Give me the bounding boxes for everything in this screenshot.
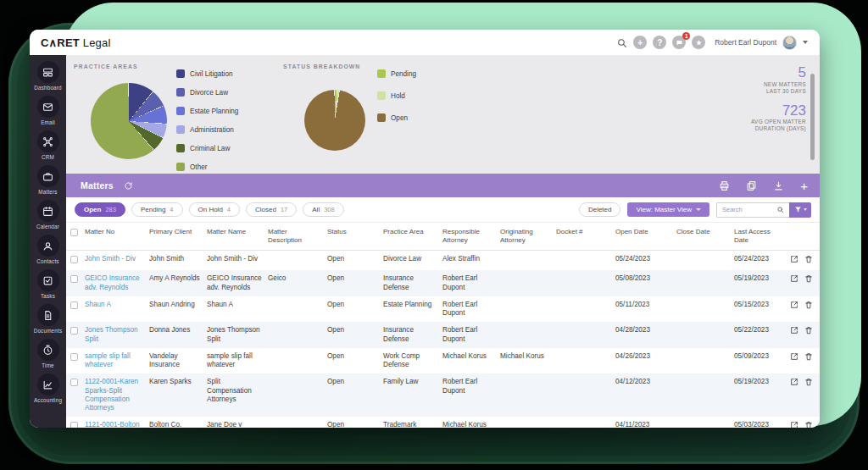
sidebar-item-accounting[interactable]: Accounting [30, 373, 66, 403]
column-header-close_date[interactable]: Close Date [675, 223, 732, 241]
chat-icon[interactable]: 1 [672, 36, 686, 49]
legend-item: Pending [377, 69, 416, 78]
cell-matter_no[interactable]: Jones Thompson Split [83, 322, 147, 348]
matter-link[interactable]: sample slip fall whatever [85, 352, 131, 368]
search-icon[interactable] [616, 37, 627, 48]
sidebar-item-dashboard[interactable]: Dashboard [30, 61, 66, 91]
chevron-down-icon [696, 208, 701, 211]
column-header-docket[interactable]: Docket # [554, 223, 614, 241]
matter-link[interactable]: John Smith - Div [85, 255, 136, 263]
sidebar-item-documents[interactable]: Documents [30, 304, 66, 334]
column-header-matter_no[interactable]: Matter No [83, 223, 147, 241]
tab-open[interactable]: Open283 [75, 202, 125, 217]
sidebar-item-tasks[interactable]: Tasks [30, 269, 66, 299]
download-icon[interactable] [773, 180, 784, 191]
row-actions [785, 251, 820, 270]
cell-matter_no[interactable]: Shaun A [83, 296, 147, 313]
table-row: GEICO Insurance adv. ReynoldsAmy A Reyno… [66, 270, 820, 296]
sidebar-item-time[interactable]: Time [30, 339, 66, 368]
row-checkbox[interactable] [70, 353, 78, 361]
trash-icon[interactable] [804, 378, 813, 389]
report-icon[interactable] [746, 180, 757, 191]
view-selector-button[interactable]: View: Master View [627, 202, 709, 217]
column-header-last_access[interactable]: Last Access Date [732, 223, 785, 250]
matter-link[interactable]: Jones Thompson Split [85, 326, 138, 342]
print-icon[interactable] [719, 180, 730, 191]
legend-item: Administration [176, 125, 238, 134]
open-new-icon[interactable] [790, 421, 798, 428]
sidebar-item-email[interactable]: Email [30, 96, 66, 125]
cell-matter_no[interactable]: GEICO Insurance adv. Reynolds [83, 270, 147, 296]
open-new-icon[interactable] [790, 301, 798, 312]
column-header-practice_area[interactable]: Practice Area [381, 223, 441, 241]
column-header-matter_description[interactable]: Matter Description [266, 223, 326, 250]
open-new-icon[interactable] [790, 352, 798, 363]
add-matter-button[interactable]: + [800, 180, 808, 192]
column-header-responsible_attorney[interactable]: Responsible Attorney [441, 223, 498, 250]
cell-responsible_attorney: Michael Korus [441, 417, 498, 428]
sidebar-item-crm[interactable]: CRM [30, 130, 66, 160]
matter-link[interactable]: GEICO Insurance adv. Reynolds [85, 274, 140, 290]
matter-link[interactable]: 1121-0001-Bolton Co.- Jane Doe v Initech [85, 421, 140, 428]
avatar[interactable] [782, 36, 797, 50]
sidebar-item-calendar[interactable]: Calendar [30, 200, 66, 229]
legend-swatch [377, 69, 386, 78]
open-new-icon[interactable] [790, 326, 798, 337]
row-checkbox[interactable] [70, 379, 78, 386]
matter-link[interactable]: Shaun A [85, 301, 111, 308]
row-actions [785, 348, 820, 368]
refresh-icon[interactable] [124, 181, 133, 191]
tab-closed[interactable]: Closed17 [246, 202, 297, 217]
matters-table: Matter NoPrimary ClientMatter NameMatter… [66, 223, 820, 428]
search-input[interactable] [722, 206, 773, 213]
user-name[interactable]: Robert Earl Dupont [715, 38, 776, 47]
row-checkbox[interactable] [70, 256, 78, 263]
trash-icon[interactable] [804, 326, 813, 337]
cell-practice_area: Estate Planning [381, 296, 441, 313]
cell-matter_no[interactable]: 1122-0001-Karen Sparks-Split Compensatio… [83, 373, 147, 417]
trash-icon[interactable] [804, 255, 813, 266]
cell-docket [554, 373, 614, 382]
row-checkbox[interactable] [70, 422, 78, 428]
row-checkbox[interactable] [70, 301, 78, 309]
search-icon[interactable] [776, 206, 784, 213]
tab-all[interactable]: All308 [303, 202, 343, 217]
tab-on-hold[interactable]: On Hold4 [189, 202, 241, 217]
cell-matter_no[interactable]: John Smith - Div [83, 251, 147, 268]
chevron-down-icon[interactable] [803, 41, 808, 44]
dashboard-scrollbar[interactable] [810, 74, 815, 160]
row-checkbox[interactable] [70, 275, 78, 283]
trash-icon[interactable] [804, 421, 813, 428]
column-header-actions [785, 223, 820, 233]
cell-primary_client: Donna Jones [147, 322, 205, 339]
cell-matter_no[interactable]: 1121-0001-Bolton Co.- Jane Doe v Initech [83, 417, 147, 428]
sidebar-item-contacts[interactable]: Contacts [30, 235, 66, 264]
trash-icon[interactable] [804, 301, 813, 312]
cell-matter_no[interactable]: sample slip fall whatever [83, 348, 147, 374]
matter-link[interactable]: 1122-0001-Karen Sparks-Split Compensatio… [85, 378, 138, 412]
add-icon[interactable]: + [633, 36, 647, 49]
column-header-primary_client[interactable]: Primary Client [147, 223, 205, 241]
open-new-icon[interactable] [790, 274, 798, 285]
column-header-originating_attorney[interactable]: Originating Attorney [498, 223, 554, 250]
favorites-icon[interactable] [692, 36, 705, 49]
open-new-icon[interactable] [790, 378, 798, 389]
legend-label: Divorce Law [190, 89, 228, 97]
select-all-checkbox[interactable] [70, 229, 78, 236]
filter-button[interactable] [789, 202, 811, 218]
column-header-open_date[interactable]: Open Date [614, 223, 675, 241]
row-checkbox[interactable] [70, 327, 78, 335]
table-row: 1121-0001-Bolton Co.- Jane Doe v Initech… [66, 417, 820, 428]
sidebar-item-matters[interactable]: Matters [30, 165, 66, 195]
column-header-status[interactable]: Status [326, 223, 381, 241]
trash-icon[interactable] [804, 274, 813, 285]
trash-icon[interactable] [804, 352, 813, 363]
column-header-matter_name[interactable]: Matter Name [205, 223, 266, 241]
tab-label: Pending [141, 206, 165, 213]
cell-docket [554, 296, 614, 305]
cell-last_access: 05/15/2023 [732, 296, 785, 313]
help-icon[interactable]: ? [653, 36, 666, 49]
tab-pending[interactable]: Pending4 [131, 202, 183, 217]
open-new-icon[interactable] [790, 255, 798, 266]
deleted-button[interactable]: Deleted [579, 202, 621, 217]
